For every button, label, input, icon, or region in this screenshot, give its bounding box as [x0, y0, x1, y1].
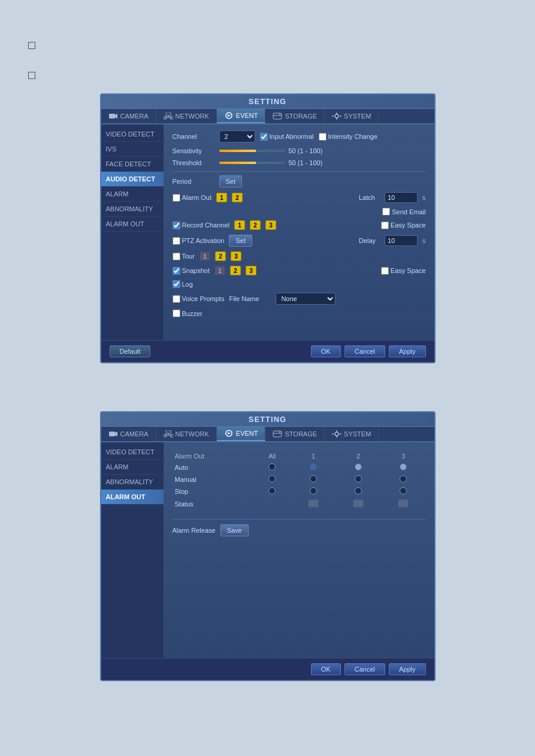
tab-network-2[interactable]: NETWORK	[156, 427, 217, 441]
sidebar-item-alarm-1[interactable]: ALARM	[101, 187, 164, 202]
period-set-button[interactable]: Set	[219, 175, 243, 187]
tab-event-1[interactable]: EVENT	[217, 109, 266, 123]
send-email-row: Send Email	[173, 208, 426, 215]
period-row: Period Set	[173, 175, 426, 187]
radio-auto-1[interactable]	[310, 463, 317, 470]
tour-num-1[interactable]: 1	[200, 251, 210, 261]
radio-manual-1[interactable]	[310, 475, 317, 482]
cancel-button-2[interactable]: Cancel	[344, 663, 385, 675]
storage-icon	[273, 113, 282, 120]
radio-stop-3[interactable]	[400, 487, 407, 494]
apply-button-1[interactable]: Apply	[389, 345, 426, 357]
intensity-change-checkbox[interactable]	[319, 133, 327, 141]
tab-camera-1[interactable]: CAMERA	[101, 109, 156, 123]
radio-stop-1[interactable]	[310, 487, 317, 494]
snap-num-3[interactable]: 3	[246, 266, 256, 275]
col-2: 2	[335, 451, 380, 462]
tab-system-2[interactable]: SYSTEM	[325, 427, 379, 441]
radio-auto-3[interactable]	[400, 463, 407, 470]
sensitivity-value: 50 (1 - 100)	[289, 147, 323, 154]
radio-stop-2[interactable]	[355, 487, 362, 494]
voice-prompts-checkbox[interactable]	[173, 295, 180, 303]
record-channel-row: Record Channel 1 2 3 Easy Space	[173, 220, 426, 230]
radio-auto-all[interactable]	[268, 463, 276, 470]
table-row-status: Status	[173, 497, 426, 511]
tab-storage-2[interactable]: STORAGE	[265, 427, 325, 441]
sidebar-item-alarm-out-2[interactable]: ALARM OUT	[101, 490, 164, 505]
radio-manual-3[interactable]	[400, 475, 407, 482]
ptz-set-button[interactable]: Set	[229, 235, 252, 247]
easy-space-checkbox-1[interactable]	[381, 221, 389, 229]
send-email-checkbox[interactable]	[382, 208, 390, 215]
sidebar-item-abnormality-1[interactable]: ABNORMALITY	[101, 202, 164, 217]
alarm-out-checkbox[interactable]	[173, 194, 180, 202]
default-button-1[interactable]: Default	[110, 345, 151, 357]
threshold-slider-container: 50 (1 - 100)	[219, 159, 323, 166]
cancel-button-1[interactable]: Cancel	[344, 345, 385, 357]
save-button[interactable]: Save	[220, 524, 249, 536]
alarm-num-1[interactable]: 1	[216, 193, 227, 202]
intensity-change-label: Intensity Change	[319, 133, 378, 141]
snap-num-2[interactable]: 2	[230, 266, 241, 275]
svg-point-31	[335, 432, 338, 436]
radio-manual-2[interactable]	[355, 475, 362, 482]
tour-checkbox[interactable]	[173, 253, 180, 260]
bullet-square-2	[28, 72, 35, 79]
tab-camera-2[interactable]: CAMERA	[101, 427, 156, 441]
tour-num-3[interactable]: 3	[231, 251, 241, 261]
row-stop-label: Stop	[173, 485, 254, 497]
record-channel-checkbox[interactable]	[173, 221, 180, 229]
tab-event-2[interactable]: EVENT	[217, 427, 266, 441]
ptz-activation-checkbox[interactable]	[173, 237, 180, 245]
file-name-select[interactable]: None	[276, 293, 335, 305]
row-auto-label: Auto	[173, 462, 254, 473]
snapshot-checkbox[interactable]	[173, 267, 180, 275]
sensitivity-slider-container: 50 (1 - 100)	[219, 147, 323, 154]
tab-network-1[interactable]: NETWORK	[156, 109, 217, 123]
dialog-body-2: VIDEO DETECT ALARM ABNORMALITY ALARM OUT	[101, 442, 434, 658]
apply-button-2[interactable]: Apply	[389, 663, 426, 675]
channel-row: Channel 2 Input Abnormal Intensity Chang…	[173, 130, 426, 142]
threshold-slider-track	[219, 162, 285, 164]
event-icon-2	[224, 430, 234, 437]
record-channel-check-label: Record Channel	[173, 221, 230, 229]
ok-button-1[interactable]: OK	[311, 345, 341, 357]
rec-num-3[interactable]: 3	[265, 220, 276, 230]
tab-system-1[interactable]: SYSTEM	[325, 109, 379, 123]
svg-marker-19	[115, 432, 117, 436]
sidebar-item-video-detect-2[interactable]: VIDEO DETECT	[101, 445, 164, 460]
rec-num-1[interactable]: 1	[234, 220, 245, 230]
log-checkbox[interactable]	[173, 280, 180, 288]
svg-rect-10	[273, 113, 282, 119]
rec-num-2[interactable]: 2	[250, 220, 261, 230]
tab-storage-1[interactable]: STORAGE	[265, 109, 325, 123]
tab-bar-2: CAMERA NETWORK EVENT STORAGE SYSTEM	[101, 427, 434, 442]
sidebar-item-video-detect-1[interactable]: VIDEO DETECT	[101, 127, 164, 142]
col-3: 3	[380, 451, 425, 462]
log-row: Log	[173, 280, 426, 288]
latch-input[interactable]	[385, 192, 418, 203]
delay-input[interactable]	[385, 235, 418, 246]
sidebar-item-alarm-2[interactable]: ALARM	[101, 460, 164, 475]
alarm-num-2[interactable]: 2	[232, 193, 243, 202]
tab-bar-1: CAMERA NETWORK EVENT STORAGE SYSTEM	[101, 109, 434, 125]
channel-select[interactable]: 2	[219, 130, 255, 142]
radio-manual-all[interactable]	[268, 475, 276, 482]
sidebar-item-face-detect-1[interactable]: FACE DETECT	[101, 157, 164, 172]
radio-stop-all[interactable]	[268, 487, 276, 494]
storage-icon-2	[273, 430, 282, 438]
ok-button-2[interactable]: OK	[311, 663, 341, 675]
sidebar-item-abnormality-2[interactable]: ABNORMALITY	[101, 475, 164, 490]
input-abnormal-checkbox[interactable]	[260, 133, 268, 141]
buzzer-checkbox[interactable]	[173, 309, 180, 317]
sidebar-item-audio-detect-1[interactable]: AUDIO DETECT	[101, 172, 164, 187]
tour-num-2[interactable]: 2	[215, 251, 226, 261]
radio-auto-2[interactable]	[355, 463, 362, 470]
snap-num-1[interactable]: 1	[214, 266, 225, 275]
sidebar-item-ivs-1[interactable]: IVS	[101, 142, 164, 157]
channel-label: Channel	[173, 133, 214, 140]
easy-space-checkbox-2[interactable]	[381, 267, 389, 275]
sidebar-item-alarm-out-1[interactable]: ALARM OUT	[101, 217, 164, 232]
tour-check-label: Tour	[173, 253, 195, 260]
threshold-label: Threshold	[173, 159, 214, 166]
